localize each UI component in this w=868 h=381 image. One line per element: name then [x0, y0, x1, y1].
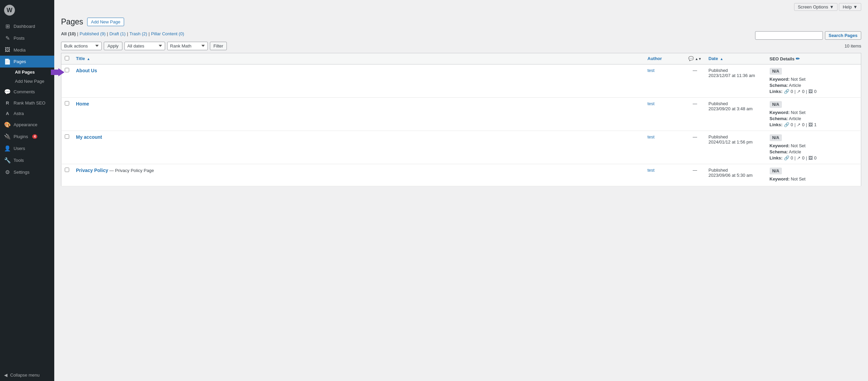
seo-cell: N/A Keyword: Not Set Schema: Article Lin… — [766, 97, 861, 131]
row-checkbox[interactable] — [65, 68, 69, 72]
select-all-checkbox[interactable] — [65, 56, 69, 60]
sidebar-item-dashboard[interactable]: ⊞ Dashboard — [0, 20, 54, 32]
seo-links: Links: 🔗 0 | ↗ 0 | 🖼 0 — [770, 155, 858, 160]
page-title-link[interactable]: My account — [76, 134, 102, 140]
seo-score-badge: N/A — [770, 168, 782, 174]
title-cell: Privacy Policy — Privacy Policy Page — [73, 164, 644, 186]
row-checkbox-cell — [61, 131, 73, 164]
date-value: 2023/09/06 at 5:30 am — [709, 173, 763, 178]
table-row: About Us test — Published 2023/12/07 at … — [61, 64, 861, 97]
link-icon: 🔗 — [784, 89, 789, 94]
topbar: Screen Options ▼ Help ▼ — [54, 0, 868, 14]
filter-tab-draft[interactable]: Draft (1) — [110, 31, 126, 36]
filter-tab-trash[interactable]: Trash (2) — [130, 31, 147, 36]
all-dates-select[interactable]: All dates — [124, 42, 165, 50]
purple-arrow-icon — [51, 68, 64, 76]
search-area: Search Pages — [755, 31, 861, 40]
row-checkbox-cell — [61, 97, 73, 131]
sidebar-item-rank-math-seo[interactable]: R Rank Math SEO — [0, 98, 54, 108]
page-title-link[interactable]: About Us — [76, 68, 97, 73]
seo-edit-icon[interactable]: ✏ — [796, 56, 800, 61]
sidebar-item-tools[interactable]: 🔧 Tools — [0, 154, 54, 166]
sidebar-item-posts[interactable]: ✎ Posts — [0, 32, 54, 44]
author-cell[interactable]: test — [644, 64, 685, 97]
help-arrow-icon: ▼ — [853, 4, 857, 9]
plugins-badge: 4 — [32, 134, 38, 139]
date-status: Published — [709, 101, 763, 106]
comments-sort-icon: ▲▼ — [695, 57, 702, 61]
author-cell[interactable]: test — [644, 97, 685, 131]
apply-button[interactable]: Apply — [104, 42, 122, 50]
seo-details-column-header: SEO Details ✏ — [766, 53, 861, 64]
table-row: My account test — Published 2024/01/12 a… — [61, 131, 861, 164]
rank-math-select[interactable]: Rank Math — [167, 42, 208, 50]
users-icon: 👤 — [4, 145, 11, 152]
sidebar-item-label: Settings — [14, 170, 29, 175]
external-link-icon: ↗ — [797, 122, 801, 127]
title-cell: About Us — [73, 64, 644, 97]
link-icon: 🔗 — [784, 155, 789, 160]
astra-icon: A — [4, 111, 11, 116]
all-pages-label: All Pages — [15, 70, 35, 75]
top-controls: All (10) | Published (9) | Draft (1) | T… — [61, 31, 861, 40]
author-cell[interactable]: test — [644, 164, 685, 186]
date-column-header[interactable]: Date ▲ — [705, 53, 766, 64]
sidebar-sub-all-pages[interactable]: All Pages — [4, 68, 54, 77]
tools-icon: 🔧 — [4, 157, 11, 164]
filter-button[interactable]: Filter — [210, 42, 227, 50]
image-link-icon: 🖼 — [808, 155, 813, 160]
search-pages-button[interactable]: Search Pages — [825, 31, 861, 40]
date-cell: Published 2024/01/12 at 1:56 pm — [705, 131, 766, 164]
sidebar-sub-add-new-page[interactable]: Add New Page — [4, 77, 54, 86]
sidebar-item-astra[interactable]: A Astra — [0, 108, 54, 119]
search-pages-input[interactable] — [755, 31, 823, 40]
table-row: Privacy Policy — Privacy Policy Page tes… — [61, 164, 861, 186]
add-new-page-button[interactable]: Add New Page — [87, 18, 124, 26]
bulk-actions-select[interactable]: Bulk actions — [61, 42, 102, 50]
date-cell: Published 2023/12/07 at 11:36 am — [705, 64, 766, 97]
comments-column-header[interactable]: 💬 ▲▼ — [685, 53, 705, 64]
wp-logo-icon: W — [4, 5, 15, 16]
sidebar-item-label: Rank Math SEO — [14, 100, 45, 106]
title-cell: Home — [73, 97, 644, 131]
filter-tab-published[interactable]: Published (9) — [80, 31, 106, 36]
seo-schema: Schema: Article — [770, 149, 858, 154]
sidebar-item-settings[interactable]: ⚙ Settings — [0, 166, 54, 178]
seo-score-badge: N/A — [770, 134, 782, 141]
sidebar-item-appearance[interactable]: 🎨 Appearance — [0, 119, 54, 131]
filter-tab-all[interactable]: All (10) — [61, 31, 76, 36]
page-title-link[interactable]: Home — [76, 101, 89, 107]
title-column-header[interactable]: Title ▲ — [73, 53, 644, 64]
sidebar-item-media[interactable]: 🖼 Media — [0, 44, 54, 56]
sidebar-pages-submenu: All Pages Add New Page — [0, 68, 54, 86]
sidebar-item-label: Plugins — [14, 134, 28, 139]
screen-options-button[interactable]: Screen Options ▼ — [794, 3, 837, 11]
main-content: Screen Options ▼ Help ▼ Pages Add New Pa… — [54, 0, 868, 381]
sidebar-item-pages[interactable]: 📄 Pages — [0, 56, 54, 68]
select-all-checkbox-col — [61, 53, 73, 64]
row-checkbox[interactable] — [65, 134, 69, 139]
date-value: 2024/01/12 at 1:56 pm — [709, 139, 763, 145]
pages-icon: 📄 — [4, 58, 11, 65]
page-title-link[interactable]: Privacy Policy — [76, 168, 108, 173]
comments-cell: — — [685, 164, 705, 186]
sidebar-item-comments[interactable]: 💬 Comments — [0, 86, 54, 98]
sidebar-item-label: Appearance — [14, 122, 37, 127]
seo-links: Links: 🔗 0 | ↗ 0 | 🖼 1 — [770, 122, 858, 127]
collapse-menu-button[interactable]: ◀ Collapse menu — [0, 369, 54, 381]
row-checkbox[interactable] — [65, 168, 69, 172]
comments-cell: — — [685, 64, 705, 97]
sidebar-item-label: Dashboard — [14, 24, 35, 29]
help-button[interactable]: Help ▼ — [839, 3, 861, 11]
author-cell[interactable]: test — [644, 131, 685, 164]
filter-tabs: All (10) | Published (9) | Draft (1) | T… — [61, 31, 184, 36]
author-column-header: Author — [644, 53, 685, 64]
filter-tab-pillar[interactable]: Pillar Content (0) — [151, 31, 184, 36]
link-icon: 🔗 — [784, 122, 789, 127]
toolbar-row: Bulk actions Apply All dates Rank Math F… — [61, 42, 861, 50]
seo-keyword: Keyword: Not Set — [770, 110, 858, 115]
sidebar-item-plugins[interactable]: 🔌 Plugins 4 — [0, 131, 54, 142]
sidebar-item-users[interactable]: 👤 Users — [0, 142, 54, 154]
date-cell: Published 2023/09/06 at 5:30 am — [705, 164, 766, 186]
row-checkbox[interactable] — [65, 101, 69, 106]
